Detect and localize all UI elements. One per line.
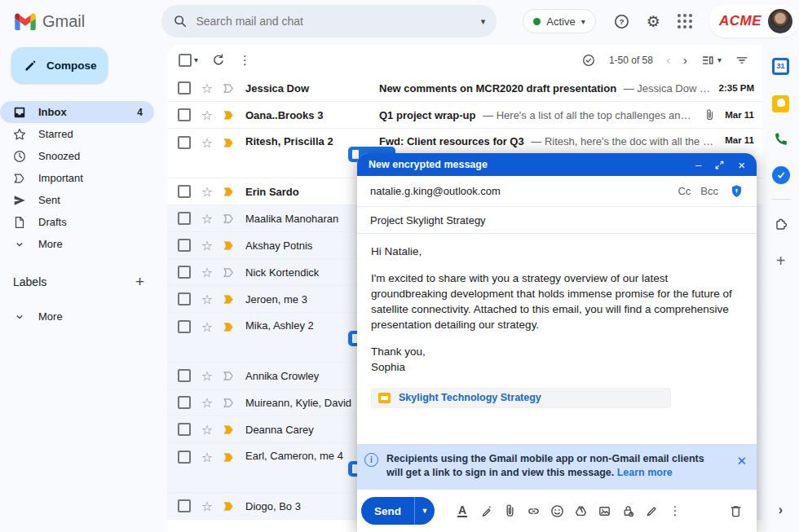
table-row[interactable]: ☆ Oana..Brooks 3 Q1 project wrap-up — He… <box>167 102 762 129</box>
compose-to-field[interactable]: natalie.g.king@outlook.com <box>370 185 501 197</box>
insert-photo-button[interactable] <box>596 503 612 519</box>
tasks-button[interactable] <box>769 163 793 187</box>
filter-button[interactable] <box>735 53 749 68</box>
importance-marker-icon[interactable] <box>221 211 236 226</box>
refresh-button[interactable] <box>211 53 226 68</box>
star-icon[interactable]: ☆ <box>200 395 214 410</box>
compose-titlebar[interactable]: New encrypted message – × <box>357 153 757 176</box>
row-checkbox[interactable] <box>178 136 191 149</box>
attachment-chip[interactable]: Skylight Technology Strategy <box>371 388 671 408</box>
learn-more-link[interactable]: Learn more <box>617 467 673 478</box>
star-icon[interactable]: ☆ <box>200 319 214 334</box>
insert-emoji-button[interactable] <box>549 503 565 519</box>
star-icon[interactable]: ☆ <box>200 238 214 253</box>
importance-marker-icon[interactable] <box>221 422 236 437</box>
sidebar-item-important[interactable]: Important <box>0 167 154 189</box>
insert-link-button[interactable] <box>525 503 541 519</box>
row-checkbox[interactable] <box>178 396 191 409</box>
discard-draft-button[interactable] <box>728 503 744 519</box>
star-icon[interactable]: ☆ <box>200 108 214 122</box>
row-checkbox[interactable] <box>178 292 191 306</box>
compose-button[interactable]: Compose <box>11 47 108 83</box>
sidebar-item-sent[interactable]: Sent <box>0 189 154 211</box>
formatting-options-button[interactable]: A <box>454 503 470 519</box>
split-pane-button[interactable]: ▾ <box>700 53 722 68</box>
table-row[interactable]: ☆ Jessica Dow New comments on MCR2020 dr… <box>167 75 762 102</box>
row-checkbox[interactable] <box>178 185 191 198</box>
row-checkbox[interactable] <box>178 369 191 382</box>
select-all-checkbox[interactable] <box>179 54 192 67</box>
sidebar-item-drafts[interactable]: Drafts <box>0 211 154 233</box>
importance-marker-icon[interactable] <box>221 135 236 150</box>
star-icon[interactable]: ☆ <box>200 135 214 150</box>
row-checkbox[interactable] <box>178 212 191 225</box>
close-icon[interactable]: × <box>738 159 745 171</box>
encryption-shield-icon[interactable] <box>730 184 744 198</box>
bcc-button[interactable]: Bcc <box>700 185 718 197</box>
search-bar[interactable]: ▾ <box>161 5 497 37</box>
page-prev-button[interactable]: ‹ <box>666 53 670 67</box>
sidebar-item-starred[interactable]: Starred <box>0 123 154 145</box>
sidebar-item-inbox[interactable]: Inbox4 <box>0 101 154 123</box>
expand-icon[interactable] <box>714 160 725 170</box>
send-button[interactable]: Send <box>361 497 414 525</box>
insert-signature-button[interactable] <box>643 503 660 519</box>
importance-marker-icon[interactable] <box>221 238 236 253</box>
search-input[interactable] <box>196 15 472 28</box>
row-checkbox[interactable] <box>178 451 191 464</box>
create-label-button[interactable]: + <box>135 273 144 291</box>
minimize-icon[interactable]: – <box>695 160 701 170</box>
search-options-caret-icon[interactable]: ▾ <box>481 16 486 27</box>
keep-button[interactable] <box>769 91 793 116</box>
importance-marker-icon[interactable] <box>221 108 236 122</box>
more-send-options-button[interactable]: ⋮ <box>667 503 683 519</box>
clock-check-button[interactable] <box>581 53 596 68</box>
star-icon[interactable]: ☆ <box>200 499 214 513</box>
add-panel-app-button[interactable]: + <box>769 248 793 273</box>
sidebar-item-labels-more[interactable]: More <box>0 306 154 328</box>
cc-button[interactable]: Cc <box>678 185 691 197</box>
row-checkbox[interactable] <box>178 423 191 436</box>
status-selector[interactable]: Active ▾ <box>523 9 595 33</box>
importance-marker-icon[interactable] <box>221 292 236 306</box>
star-icon[interactable]: ☆ <box>200 450 214 464</box>
compose-body[interactable]: Hi Natalie, I'm excited to share with yo… <box>357 234 757 444</box>
row-checkbox[interactable] <box>178 266 191 279</box>
expand-panel-button[interactable]: › <box>779 503 783 517</box>
attach-file-button[interactable] <box>501 503 518 519</box>
star-icon[interactable]: ☆ <box>200 292 214 306</box>
account-area[interactable]: ACME <box>709 5 799 37</box>
importance-marker-icon[interactable] <box>221 450 236 464</box>
importance-marker-icon[interactable] <box>221 499 236 513</box>
confidential-mode-button[interactable] <box>620 503 636 519</box>
importance-marker-icon[interactable] <box>221 395 236 410</box>
star-icon[interactable]: ☆ <box>200 422 214 437</box>
importance-marker-icon[interactable] <box>221 81 236 95</box>
sidebar-item-more[interactable]: More <box>0 233 154 255</box>
voice-button[interactable] <box>769 127 793 152</box>
banner-close-icon[interactable]: ✕ <box>736 455 747 490</box>
star-icon[interactable]: ☆ <box>200 211 214 226</box>
row-checkbox[interactable] <box>178 108 191 121</box>
importance-marker-icon[interactable] <box>221 184 236 199</box>
star-icon[interactable]: ☆ <box>200 368 214 383</box>
sidebar-item-snoozed[interactable]: Snoozed <box>0 145 154 167</box>
insert-from-drive-button[interactable] <box>572 503 589 519</box>
select-caret-icon[interactable]: ▾ <box>194 55 198 64</box>
get-addons-button[interactable] <box>769 211 793 235</box>
row-checkbox[interactable] <box>178 320 191 333</box>
calendar-button[interactable]: 31 <box>769 54 793 78</box>
avatar[interactable] <box>768 9 792 33</box>
star-icon[interactable]: ☆ <box>200 184 214 199</box>
apps-button[interactable] <box>672 7 698 35</box>
importance-marker-icon[interactable] <box>221 265 236 279</box>
star-icon[interactable]: ☆ <box>200 81 214 95</box>
page-next-button[interactable]: › <box>683 53 687 67</box>
row-checkbox[interactable] <box>178 81 191 95</box>
importance-marker-icon[interactable] <box>221 368 236 383</box>
star-icon[interactable]: ☆ <box>200 265 214 279</box>
row-checkbox[interactable] <box>178 499 191 512</box>
row-checkbox[interactable] <box>178 239 191 252</box>
send-options-caret-icon[interactable]: ▼ <box>414 497 435 525</box>
help-me-write-button[interactable] <box>478 503 494 519</box>
